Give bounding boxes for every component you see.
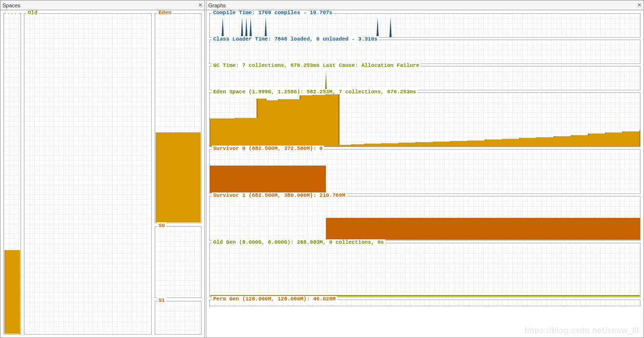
graph-s0-fill [210, 166, 326, 193]
graph-old: Old Gen (6.000G, 6.000G): 268.983M, 0 co… [209, 243, 641, 297]
graphs-body: Compile Time: 1709 compiles - 10.707s Cl… [206, 10, 644, 338]
space-s1: S1 [155, 301, 201, 335]
spaces-title: Spaces [2, 2, 198, 8]
graph-compile: Compile Time: 1709 compiles - 10.707s [209, 13, 641, 38]
graph-eden: Eden Space (1.999G, 1.258G): 582.253M, 7… [209, 92, 641, 147]
graph-s0: Survivor 0 (682.500M, 372.500M): 0 [209, 149, 641, 194]
graphs-panel: Graphs ✕ Compile Time: 1709 compiles - 1… [206, 0, 644, 338]
graph-s1: Survivor 1 (682.500M, 380.000M): 210.769… [209, 196, 641, 241]
spaces-body: ... Old Eden S0 [0, 10, 204, 338]
space-old-label: Old [26, 10, 39, 16]
graphs-titlebar: Graphs ✕ [206, 0, 644, 10]
space-eden-label: Eden [157, 10, 173, 16]
spaces-titlebar: Spaces ✕ [0, 0, 204, 10]
space-perm-fill [4, 250, 20, 334]
svg-marker-0 [221, 17, 223, 37]
space-old: Old [24, 13, 152, 335]
svg-marker-1 [241, 17, 243, 37]
graph-old-label: Old Gen (6.000G, 6.000G): 268.983M, 0 co… [212, 239, 385, 245]
svg-marker-3 [250, 17, 252, 37]
svg-marker-6 [389, 17, 391, 37]
graph-gc: GC Time: 7 collections, 676.253ms Last C… [209, 66, 641, 90]
spaces-panel: Spaces ✕ ... Old Eden [0, 0, 205, 338]
graph-perm: Perm Gen (128.000M, 128.000M): 46.028M [209, 299, 641, 306]
space-eden-fill [156, 132, 201, 222]
graph-classloader-label: Class Loader Time: 7846 loaded, 0 unload… [212, 36, 379, 42]
space-eden: Eden [155, 13, 201, 223]
graph-s0-label: Survivor 0 (682.500M, 372.500M): 0 [212, 146, 324, 151]
space-perm-label: ... [6, 10, 19, 16]
svg-marker-7 [325, 71, 327, 90]
graphs-title: Graphs [208, 2, 637, 8]
close-icon[interactable]: ✕ [198, 2, 202, 8]
space-s0: S0 [155, 226, 201, 298]
space-s1-label: S1 [157, 297, 166, 303]
svg-marker-4 [264, 17, 266, 37]
graph-perm-label: Perm Gen (128.000M, 128.000M): 46.028M [212, 296, 337, 302]
svg-marker-2 [245, 17, 247, 37]
svg-marker-5 [377, 17, 379, 37]
space-perm: ... [3, 13, 21, 335]
close-icon[interactable]: ✕ [637, 2, 642, 8]
graph-s1-label: Survivor 1 (682.500M, 380.000M): 210.769… [212, 192, 347, 198]
graph-s1-fill [326, 218, 640, 240]
graph-classloader: Class Loader Time: 7846 loaded, 0 unload… [209, 40, 641, 64]
space-s0-label: S0 [157, 223, 166, 229]
